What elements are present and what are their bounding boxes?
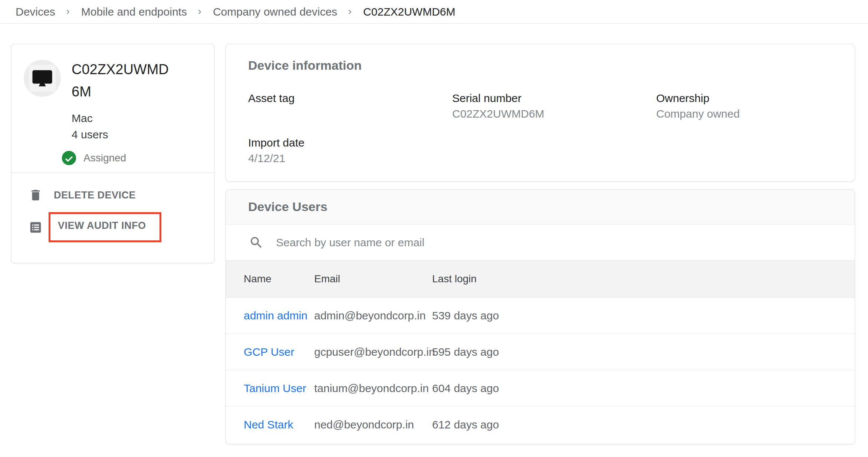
users-table-header: Name Email Last login — [226, 260, 855, 297]
trash-icon — [29, 188, 43, 202]
annotation-highlight-box: VIEW AUDIT INFO — [49, 212, 161, 242]
device-summary-card: C02ZX2UWMD6M Mac 4 users Assigned — [11, 44, 214, 263]
user-email: gcpuser@beyondcorp.in — [314, 346, 432, 358]
user-last-login: 595 days ago — [432, 346, 855, 358]
delete-device-label: DELETE DEVICE — [54, 190, 136, 201]
device-users-title: Device Users — [248, 200, 328, 214]
field-label: Import date — [248, 137, 452, 149]
field-serial-number: Serial number C02ZX2UWMD6M — [452, 92, 656, 122]
field-import-date: Import date 4/12/21 — [248, 137, 452, 166]
column-header-name: Name — [244, 273, 314, 285]
breadcrumb-item-devices[interactable]: Devices — [16, 6, 55, 18]
table-row: Ned Stark ned@beyondcorp.in 612 days ago — [226, 407, 855, 443]
device-summary-header: C02ZX2UWMD6M Mac 4 users Assigned — [11, 44, 214, 172]
user-name-link[interactable]: Ned Stark — [244, 418, 314, 431]
breadcrumb: Devices Mobile and endpoints Company own… — [0, 0, 868, 24]
user-email: admin@beyondcorp.in — [314, 309, 432, 322]
device-actions: DELETE DEVICE VIEW AUDIT INFO — [11, 173, 214, 242]
table-row: Tanium User tanium@beyondcorp.in 604 day… — [226, 370, 855, 407]
field-asset-tag: Asset tag — [248, 92, 452, 122]
field-ownership: Ownership Company owned — [656, 92, 832, 122]
field-label: Asset tag — [248, 92, 452, 105]
page-content: C02ZX2UWMD6M Mac 4 users Assigned — [0, 24, 868, 457]
device-type-label: Mac — [72, 110, 171, 126]
breadcrumb-item-company-owned-devices[interactable]: Company owned devices — [213, 6, 337, 18]
search-input[interactable] — [276, 236, 684, 249]
breadcrumb-item-mobile-endpoints[interactable]: Mobile and endpoints — [81, 6, 187, 18]
column-header-email: Email — [314, 273, 432, 285]
user-email: ned@beyondcorp.in — [314, 418, 432, 431]
device-users-search-row — [226, 224, 855, 260]
field-value: C02ZX2UWMD6M — [452, 108, 656, 122]
chevron-right-icon — [195, 7, 205, 17]
user-name-link[interactable]: Tanium User — [244, 382, 314, 395]
user-name-link[interactable]: GCP User — [244, 346, 314, 358]
view-audit-info-button[interactable]: VIEW AUDIT INFO — [29, 212, 203, 242]
user-last-login: 612 days ago — [432, 418, 855, 431]
device-users-count: 4 users — [72, 126, 171, 143]
field-label: Serial number — [452, 92, 656, 105]
desktop-monitor-icon — [29, 65, 56, 92]
device-users-card: Device Users Name Email Last login admin… — [226, 189, 855, 444]
user-email: tanium@beyondcorp.in — [314, 382, 432, 395]
user-name-link[interactable]: admin admin — [244, 309, 314, 322]
device-information-fields: Asset tag Serial number C02ZX2UWMD6M Own… — [248, 92, 832, 166]
table-row: GCP User gcpuser@beyondcorp.in 595 days … — [226, 334, 855, 370]
user-last-login: 604 days ago — [432, 382, 855, 395]
field-value — [248, 108, 452, 122]
table-row: admin admin admin@beyondcorp.in 539 days… — [226, 297, 855, 334]
view-audit-info-label: VIEW AUDIT INFO — [58, 220, 146, 231]
chevron-right-icon — [345, 7, 355, 17]
status-badge: Assigned — [83, 152, 126, 164]
breadcrumb-item-current-device: C02ZX2UWMD6M — [363, 6, 455, 18]
check-circle-icon — [61, 150, 77, 166]
chevron-right-icon — [63, 7, 73, 17]
device-status-row: Assigned — [61, 150, 171, 166]
delete-device-button[interactable]: DELETE DEVICE — [29, 180, 203, 210]
device-information-card: Device information Asset tag Serial numb… — [226, 44, 855, 182]
device-title: C02ZX2UWMD6M — [72, 58, 171, 103]
search-icon — [249, 235, 264, 250]
device-avatar — [24, 60, 61, 97]
column-header-last-login: Last login — [432, 273, 855, 285]
list-alt-icon — [29, 220, 43, 234]
field-value: 4/12/21 — [248, 152, 452, 166]
device-information-title: Device information — [248, 58, 832, 73]
field-value: Company owned — [656, 108, 832, 122]
user-last-login: 539 days ago — [432, 309, 855, 322]
field-label: Ownership — [656, 92, 832, 105]
device-users-header: Device Users — [226, 190, 855, 224]
